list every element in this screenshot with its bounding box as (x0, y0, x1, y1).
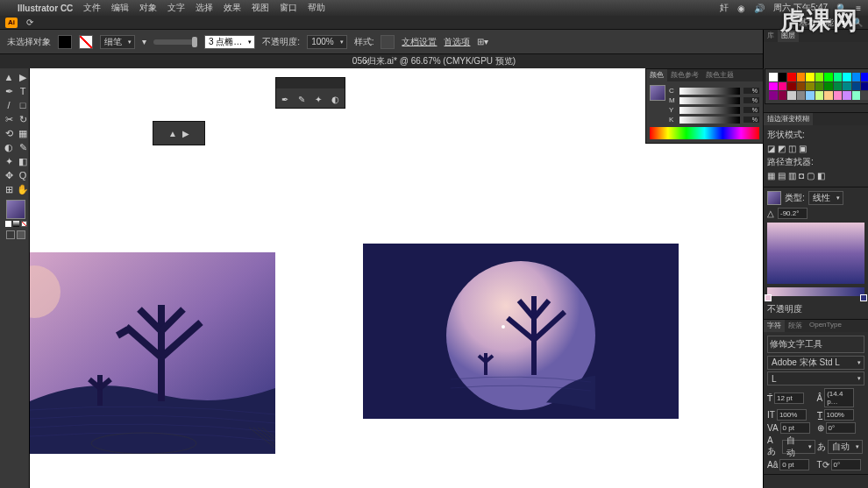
color-panel[interactable]: 颜色 颜色参考 颜色主题 C% M% Y% K% (645, 68, 764, 144)
merge-icon[interactable]: ▥ (788, 171, 796, 180)
selection-tool-icon[interactable]: ▲ (168, 129, 177, 138)
swatch-color[interactable] (779, 82, 787, 91)
swatch-color[interactable] (861, 82, 868, 91)
menu-file[interactable]: 文件 (83, 2, 101, 14)
auto1-dropdown[interactable]: 自动 (782, 440, 815, 454)
char-tab[interactable]: 字符 (764, 320, 785, 332)
mesh-tool[interactable]: ▦ (16, 126, 30, 140)
artboard-tool[interactable]: ◧ (16, 154, 30, 168)
opacity-dropdown[interactable]: 100% (307, 35, 347, 49)
stroke-swatch[interactable] (79, 35, 93, 49)
document-tab[interactable]: 056归来.ai* @ 66.67% (CMYK/GPU 预览) (352, 55, 516, 67)
menu-select[interactable]: 选择 (196, 2, 213, 14)
font-style-dropdown[interactable]: L (767, 371, 864, 385)
direct-selection-tool-icon[interactable]: ▶ (182, 129, 189, 138)
para-tab[interactable]: 段落 (785, 320, 806, 332)
gradient-ramp[interactable] (767, 287, 864, 296)
prefs-link[interactable]: 首选项 (444, 36, 470, 48)
reflect-tool[interactable]: ⟲ (2, 126, 16, 140)
swatch-color[interactable] (797, 73, 806, 81)
swatch-color[interactable] (779, 91, 787, 100)
magenta-value[interactable]: % (743, 97, 759, 103)
sync-icon[interactable]: ⟳ (26, 18, 33, 27)
swatch-color[interactable] (797, 91, 806, 100)
pen-tool[interactable]: ✒ (2, 84, 16, 98)
swatches-panel[interactable] (765, 68, 868, 104)
outline-icon[interactable]: ▢ (807, 171, 815, 180)
doc-setup-link[interactable]: 文档设置 (402, 36, 437, 48)
screen-mode-full-icon[interactable] (17, 230, 25, 239)
gradient-stop-1[interactable] (765, 294, 772, 301)
menu-help[interactable]: 帮助 (308, 2, 325, 14)
gradient-swatch[interactable] (767, 191, 781, 205)
auto2-dropdown[interactable]: 自动 (828, 440, 863, 454)
swatch-color[interactable] (824, 73, 833, 81)
exclude-icon[interactable]: ▣ (799, 144, 807, 153)
gradient-stop-2[interactable] (860, 294, 867, 301)
pencil-tool[interactable]: ✎ (16, 140, 30, 154)
rotate-tool[interactable]: ↻ (16, 112, 30, 126)
swatch-color[interactable] (769, 91, 778, 100)
gradient-preview[interactable] (767, 223, 864, 284)
menu-window[interactable]: 窗口 (280, 2, 297, 14)
trim-icon[interactable]: ▤ (778, 171, 786, 180)
grad-angle-input[interactable]: -90.2° (778, 208, 808, 219)
color-spectrum[interactable] (650, 127, 759, 139)
swatch-color[interactable] (806, 82, 815, 91)
direct-selection-tool[interactable]: ▶ (16, 70, 30, 84)
rotation-input[interactable]: 0° (826, 422, 856, 434)
swatch-color[interactable] (806, 73, 815, 81)
intersect-icon[interactable]: ◫ (788, 144, 796, 153)
none-fill-icon[interactable] (21, 221, 27, 227)
swatch-color[interactable] (824, 91, 833, 100)
minus-back-icon[interactable]: ◧ (817, 171, 825, 180)
pencil-tool-icon[interactable]: ✎ (298, 95, 305, 104)
blob-brush-icon[interactable]: ✦ (315, 95, 322, 104)
menu-edit[interactable]: 编辑 (111, 2, 129, 14)
cyan-slider[interactable] (679, 88, 740, 95)
style-swatch[interactable] (381, 35, 395, 49)
brush-tool-icon[interactable]: ✒ (281, 95, 288, 104)
swatch-color[interactable] (834, 82, 843, 91)
yellow-value[interactable]: % (743, 107, 759, 113)
swatch-color[interactable] (797, 82, 806, 91)
symbol-tool[interactable]: ✥ (2, 168, 16, 182)
libs-tab[interactable]: 库 (764, 30, 778, 42)
swatch-color[interactable] (779, 73, 787, 81)
bshift-input[interactable]: 0 pt (779, 459, 809, 470)
align-icon[interactable]: ⊞▾ (477, 37, 488, 46)
color-theme-tab[interactable]: 颜色主题 (702, 69, 737, 81)
zoom-tool[interactable]: Q (16, 168, 30, 182)
swatch-color[interactable] (834, 73, 843, 81)
floating-tool-popup-1[interactable]: ▲ ▶ (153, 121, 205, 145)
swatch-color[interactable] (852, 91, 861, 100)
brush-dropdown[interactable]: 3 点椭… (204, 35, 255, 49)
swatch-color[interactable] (834, 91, 843, 100)
magenta-slider[interactable] (679, 97, 740, 104)
yellow-slider[interactable] (679, 107, 740, 114)
kerning-input[interactable]: 0 pt (780, 422, 810, 434)
swatch-color[interactable] (843, 91, 851, 100)
slice-tool[interactable]: ⊞ (2, 182, 16, 196)
black-value[interactable]: % (743, 117, 759, 123)
fill-color-swatch[interactable] (6, 200, 25, 219)
menu-view[interactable]: 视图 (252, 2, 269, 14)
color-guide-tab[interactable]: 颜色参考 (667, 69, 702, 81)
stroke-chevron-icon[interactable]: ▾ (142, 37, 146, 46)
swatch-color[interactable] (815, 82, 824, 91)
swatch-color[interactable] (787, 82, 796, 91)
cyan-value[interactable]: % (743, 88, 759, 94)
touch-type-button[interactable]: 修饰文字工具 (767, 336, 864, 353)
line-tool[interactable]: / (2, 98, 16, 112)
stroke-grad-tab[interactable]: 描边渐变模糊 (764, 113, 813, 125)
grad-type-dropdown[interactable]: 线性 (808, 191, 843, 205)
canvas[interactable]: ▲ ▶ ✒ ✎ ✦ ◐ 颜色 颜色参考 颜色主题 C% (30, 68, 868, 488)
crop-icon[interactable]: ◘ (799, 171, 804, 180)
hscale-input[interactable]: 100% (777, 409, 807, 421)
swatch-color[interactable] (787, 73, 796, 81)
floating-tool-popup-2[interactable]: ✒ ✎ ✦ ◐ (275, 77, 345, 109)
vscale-input[interactable]: 100% (824, 409, 854, 421)
stroke-slider[interactable] (153, 39, 197, 45)
fill-swatch[interactable] (58, 35, 72, 49)
fill-stroke-control[interactable] (2, 200, 30, 239)
